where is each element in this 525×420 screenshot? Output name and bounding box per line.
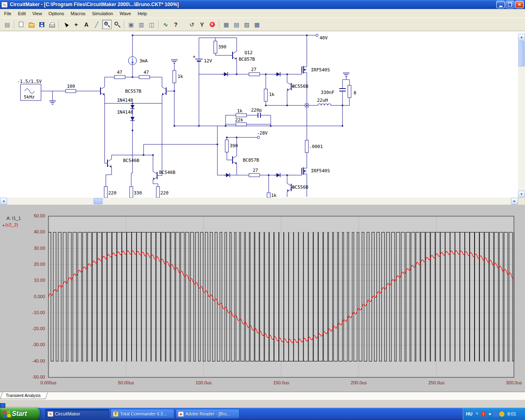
y-axis-label: 40.00 [14,229,45,234]
trace-b-label[interactable]: ●(c2_2) [2,222,18,227]
component-label: 3mA [139,58,148,64]
component-label: 220 [108,190,116,196]
waveform-plot[interactable] [0,205,525,392]
run-analyses-button[interactable]: ▦ [221,20,231,29]
x-axis-label: 250.0us [420,380,453,385]
waveform-window-c-icon: ▩ [254,22,260,27]
probe-tool-button[interactable]: Y [197,20,207,29]
zoom-out-tool-button[interactable] [112,20,122,29]
taskbar-button-label: Adobe Reader - [Bru... [185,411,231,416]
save-file-button[interactable] [37,20,46,29]
scroll-left-button[interactable]: ◄ [0,198,7,205]
open-file-button[interactable] [27,20,36,29]
help-button[interactable]: ? [171,20,180,29]
component-label: 390 [218,44,226,50]
window-title: CircuitMaker - [C:\Program Files\Circuit… [10,2,495,7]
component-label: 1N4148 [117,110,133,115]
component-label: 390 [230,143,238,148]
taskbar-button-adobe-reader-bru[interactable]: ▲Adobe Reader - [Bru... [176,409,240,419]
toolbar-separator [158,21,159,29]
menu-view[interactable]: View [29,9,46,18]
volume-icon[interactable]: ◄ [487,411,492,417]
stop-simulation-icon [210,22,215,27]
menu-help[interactable]: Help [134,9,150,18]
start-button-label: Start [12,410,27,418]
menu-edit[interactable]: Edit [15,9,29,18]
y-axis-label: 0.000 [14,294,45,299]
minimize-button[interactable] [496,1,505,8]
menu-file[interactable]: File [1,9,15,18]
place-part-tool-button[interactable]: + [71,20,81,29]
scroll-right-button[interactable]: ► [511,198,518,205]
y-axis-label: 20.00 [14,262,45,267]
waveform-window-c-button[interactable]: ▩ [252,20,262,29]
taskbar-button-total-commander-6-5[interactable]: TTotal Commander 6.5... [110,409,174,419]
component-label: -28V [257,130,268,136]
schematic-canvas[interactable]: 40V3mA-1.5/1.5V5kHz1004747BC557B1N41481N… [0,34,518,198]
menu-simulation[interactable]: Simulation [89,9,116,18]
schematic-vertical-scrollbar[interactable]: ▲ ▼ [518,34,525,198]
network-icon[interactable] [493,411,498,417]
component-label: IRF540S [311,67,330,73]
new-file-button[interactable] [16,20,26,29]
new-file-icon [19,22,23,27]
component-label: 330 [134,190,142,196]
zoom-out-tool-icon [114,22,118,25]
start-button[interactable]: Start [0,408,40,420]
x-axis-label: 150.0us [265,380,298,385]
digital-analog-switch-button[interactable]: ∿ [161,20,170,29]
zoom-in-tool-button[interactable] [102,20,112,29]
minimize-icon [499,6,502,7]
text-tool-icon: A [84,22,88,27]
component-label: 40V [320,35,328,41]
horizontal-scroll-thumb[interactable] [94,198,103,204]
scroll-up-button[interactable]: ▲ [518,34,525,41]
component-label: 27 [251,67,256,72]
stop-simulation-button[interactable] [208,20,217,29]
menu-wave[interactable]: Wave [116,9,135,18]
waveform-window-b-button[interactable]: ▨ [242,20,251,29]
taskbar-button-circuitmaker[interactable]: ∿CircuitMaker [45,409,109,419]
tab-transient-analysis-label: Transient Analysis [6,393,41,398]
tab-transient-analysis[interactable]: Transient Analysis [0,392,48,399]
system-tray: HU ✎!◄ 8:01 [463,408,525,420]
language-indicator[interactable]: HU [466,411,472,416]
app-icon-glyph: ∿ [3,2,6,7]
waveform-window-a-button[interactable]: ▤ [232,20,241,29]
arrow-tool-button[interactable] [61,20,71,29]
component-label: BC857B [243,158,259,163]
menubar: FileEditViewOptionsMacrosSimulationWaveH… [0,9,525,18]
reset-simulation-button[interactable]: ↺ [187,20,196,29]
menu-macros[interactable]: Macros [67,9,89,18]
component-label: + [193,54,196,59]
split-window-icon: ◫ [149,22,154,27]
y-axis-label: 30.00 [14,246,45,251]
pen-icon[interactable]: ✎ [475,411,480,417]
trace-b-name: (c2_2) [5,222,18,227]
help-icon: ? [174,22,178,27]
alert-icon[interactable]: ! [481,411,486,417]
print-button[interactable] [47,20,57,29]
library-button[interactable]: ▤ [2,20,12,29]
scroll-down-button[interactable]: ▼ [518,191,525,198]
titlebar[interactable]: ∿ CircuitMaker - [C:\Program Files\Circu… [0,0,525,9]
place-part-tool-icon: + [74,22,78,27]
schematic-horizontal-scrollbar[interactable]: ◄ ► [0,198,518,205]
split-window-button[interactable]: ◫ [147,20,156,29]
vertical-scroll-thumb[interactable] [518,41,525,66]
wire-tool-button[interactable]: ╱ [92,20,101,29]
restore-button[interactable] [506,1,514,8]
refresh-view-button[interactable]: ▥ [137,20,146,29]
close-button[interactable]: × [515,1,524,8]
probe-tool-icon: Y [200,22,204,27]
schematic-area[interactable]: 40V3mA-1.5/1.5V5kHz1004747BC557B1N41481N… [0,31,525,198]
taskbar-clock: 8:01 [507,411,516,416]
text-tool-button[interactable]: A [82,20,91,29]
menu-options[interactable]: Options [45,9,67,18]
component-label: 47 [144,70,149,75]
tray-icons: ✎!◄ [475,411,504,417]
component-label: BC557B [125,89,142,94]
clock-icon[interactable] [499,411,504,417]
y-axis-label: -30.00 [14,342,45,347]
fit-page-button[interactable]: ▣ [126,20,136,29]
